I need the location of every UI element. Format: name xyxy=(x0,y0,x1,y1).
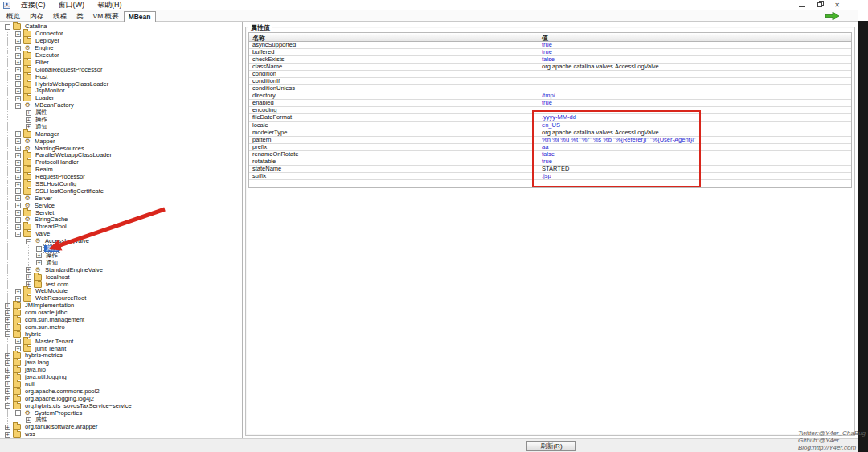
tree-node[interactable]: +Master Tenant xyxy=(2,338,242,345)
tree-node[interactable]: −hybris xyxy=(2,331,242,338)
expand-icon[interactable]: + xyxy=(26,267,31,273)
expand-icon[interactable]: + xyxy=(15,74,21,80)
tree-node-label[interactable]: org.apache.logging.log4j2 xyxy=(23,396,96,402)
tab-类[interactable]: 类 xyxy=(72,10,88,21)
tree-node-label[interactable]: ParallelWebappClassLoader xyxy=(34,152,113,158)
attribute-row[interactable]: conditionIf xyxy=(249,78,851,85)
attribute-value[interactable]: true xyxy=(538,42,851,48)
menu-item[interactable]: 帮助(H) xyxy=(91,0,129,10)
expand-icon[interactable]: + xyxy=(5,360,10,366)
tree-node-label[interactable]: 属性 xyxy=(44,245,59,252)
attribute-value[interactable] xyxy=(538,107,851,113)
expand-icon[interactable]: + xyxy=(5,353,10,359)
tree-node-label[interactable]: Engine xyxy=(33,45,55,51)
expand-icon[interactable]: + xyxy=(5,317,10,323)
tree-node-label[interactable]: Service xyxy=(33,203,56,209)
expand-icon[interactable]: + xyxy=(26,274,31,280)
attribute-row[interactable]: prefixaa xyxy=(249,144,851,151)
expand-icon[interactable]: + xyxy=(15,167,21,173)
expand-icon[interactable]: + xyxy=(26,110,31,116)
attribute-row[interactable]: encoding xyxy=(249,107,851,114)
tree-node[interactable]: +org.tanukisoftware.wrapper xyxy=(2,424,242,431)
tree-node-label[interactable]: localhost xyxy=(44,274,72,281)
tree-node[interactable]: +⚙Service xyxy=(2,202,242,209)
tree-node-label[interactable]: AccessLogValve xyxy=(43,238,91,244)
expand-icon[interactable]: + xyxy=(15,131,21,137)
expand-icon[interactable]: + xyxy=(15,39,21,44)
tree-node[interactable]: +org.apache.commons.pool2 xyxy=(2,388,242,395)
attribute-value[interactable]: %h %l %u %t "%r" %s %b "%{Referer}i" "%{… xyxy=(538,137,851,143)
tree-node[interactable]: +com.sun.metro xyxy=(2,323,242,331)
attribute-value[interactable]: true xyxy=(538,49,851,55)
expand-icon[interactable]: + xyxy=(15,188,21,194)
expand-icon[interactable]: + xyxy=(5,368,10,373)
attribute-value[interactable]: true xyxy=(538,100,851,106)
attribute-value[interactable]: STARTED xyxy=(538,166,851,172)
tree-node-label[interactable]: junit Tenant xyxy=(34,346,68,352)
collapse-icon[interactable]: − xyxy=(15,232,21,237)
expand-icon[interactable]: + xyxy=(36,253,42,258)
expand-icon[interactable]: + xyxy=(26,417,31,423)
attribute-row[interactable]: modelerTypeorg.apache.catalina.valves.Ac… xyxy=(249,129,851,137)
attribute-value[interactable]: org.apache.catalina.valves.AccessLogValv… xyxy=(538,64,851,70)
tree-node-label[interactable]: Executor xyxy=(34,52,61,59)
attribute-row[interactable]: stateNameSTARTED xyxy=(249,166,851,173)
tree-node-label[interactable]: java.lang xyxy=(23,360,51,366)
tree-node-label[interactable]: 通知 xyxy=(44,260,59,266)
expand-icon[interactable]: + xyxy=(15,153,21,158)
column-header-value[interactable]: 值 xyxy=(538,33,851,41)
expand-icon[interactable]: + xyxy=(15,81,21,87)
tree-node-label[interactable]: 属性 xyxy=(34,417,49,423)
tree-node-label[interactable]: Mapper xyxy=(33,138,56,145)
collapse-icon[interactable]: − xyxy=(5,331,10,337)
expand-icon[interactable]: + xyxy=(5,375,10,380)
expand-icon[interactable]: + xyxy=(15,160,21,166)
expand-icon[interactable]: + xyxy=(15,175,21,180)
tree-node[interactable]: +java.util.logging xyxy=(2,374,242,381)
expand-icon[interactable]: + xyxy=(36,246,42,252)
attribute-value[interactable]: .jsp xyxy=(538,173,851,179)
attribute-value[interactable]: .yyyy-MM-dd xyxy=(538,114,851,121)
tree-node-label[interactable]: com.oracle.jdbc xyxy=(23,310,69,316)
attribute-value[interactable]: org.apache.catalina.valves.AccessLogValv… xyxy=(538,129,851,136)
attribute-row[interactable]: checkExistsfalse xyxy=(249,56,851,64)
expand-icon[interactable]: + xyxy=(15,217,21,223)
tree-node-label[interactable]: Server xyxy=(33,195,54,202)
collapse-icon[interactable]: − xyxy=(5,24,10,30)
tree-node-label[interactable]: Deployer xyxy=(34,38,61,44)
expand-icon[interactable]: + xyxy=(15,60,21,65)
expand-icon[interactable]: + xyxy=(5,388,10,394)
collapse-icon[interactable]: − xyxy=(5,403,10,409)
tree-node-label[interactable]: wss xyxy=(23,431,37,438)
expand-icon[interactable]: + xyxy=(15,146,21,151)
tab-VM 概要[interactable]: VM 概要 xyxy=(88,10,124,21)
collapse-icon[interactable]: − xyxy=(15,410,21,416)
tree-node-label[interactable]: StringCache xyxy=(33,216,69,223)
attribute-row[interactable]: rotatabletrue xyxy=(249,158,851,166)
attribute-row[interactable]: enabledtrue xyxy=(249,100,851,107)
tree-node-label[interactable]: GlobalRequestProcessor xyxy=(34,67,104,73)
tree-node-label[interactable]: JMImplementation xyxy=(23,302,76,309)
expand-icon[interactable]: + xyxy=(15,182,21,187)
tree-node[interactable]: +属性 xyxy=(2,245,242,253)
tree-node-label[interactable]: Valve xyxy=(34,231,51,237)
menu-item[interactable]: 连接(C) xyxy=(14,0,52,10)
attribute-value[interactable]: en_US xyxy=(538,122,851,129)
tree-node-label[interactable]: Realm xyxy=(34,166,55,173)
attribute-row[interactable]: suffix.jsp xyxy=(249,173,851,180)
tree-node-label[interactable]: MBeanFactory xyxy=(33,102,76,109)
tree-node-label[interactable]: SystemProperties xyxy=(33,410,84,417)
tree-node-label[interactable]: StandardEngineValve xyxy=(43,267,104,273)
tree-node-label[interactable]: Host xyxy=(34,74,49,80)
expand-icon[interactable]: + xyxy=(5,381,10,387)
expand-icon[interactable]: + xyxy=(15,46,21,51)
tree-node-label[interactable]: java.nio xyxy=(23,367,47,373)
tree-node-label[interactable]: Filter xyxy=(34,60,51,66)
tree-node-label[interactable]: ThreadPool xyxy=(34,224,68,230)
tree-node-label[interactable]: 属性 xyxy=(34,109,49,116)
attribute-value[interactable] xyxy=(538,85,851,92)
attribute-row[interactable]: directory/tmp/ xyxy=(249,92,851,100)
attribute-value[interactable]: true xyxy=(538,158,851,165)
tree-node[interactable]: +操作 xyxy=(2,253,242,260)
attribute-value[interactable] xyxy=(538,180,851,187)
